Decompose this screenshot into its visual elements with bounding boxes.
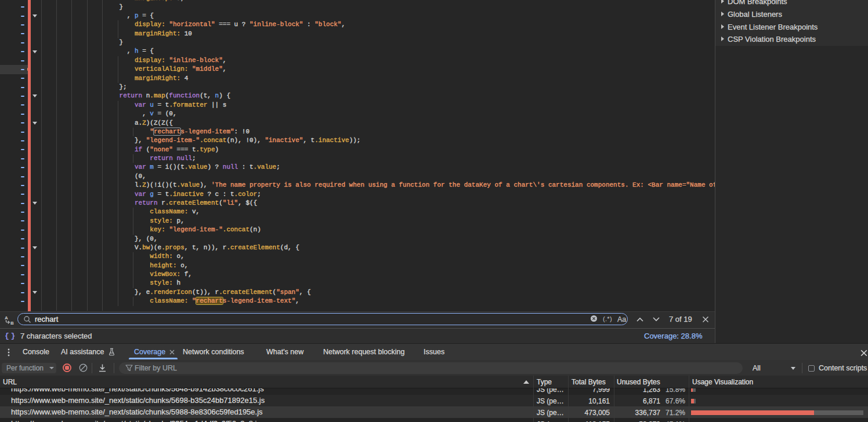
svg-text:B: B bbox=[10, 321, 14, 325]
svg-text:A: A bbox=[5, 315, 8, 321]
